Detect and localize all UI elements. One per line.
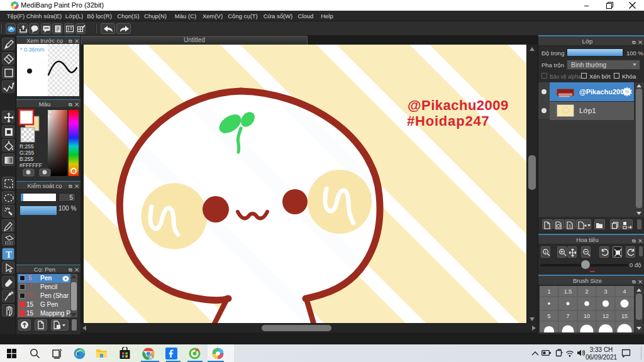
- svg-text:#Hoidap247: #Hoidap247: [407, 113, 490, 129]
- svg-text:12: 12: [602, 313, 609, 319]
- svg-text:5: 5: [547, 313, 550, 319]
- svg-text:@Pikachu2009: @Pikachu2009: [408, 97, 509, 113]
- svg-text:T: T: [6, 250, 12, 260]
- svg-text:3: 3: [604, 288, 607, 295]
- svg-text:1: 1: [547, 288, 550, 295]
- svg-text:7: 7: [566, 313, 569, 319]
- svg-text:1: 1: [569, 224, 571, 228]
- svg-text:* 0.36mm: * 0.36mm: [20, 47, 45, 53]
- svg-text:#FFFFFF: #FFFFFF: [19, 162, 42, 168]
- svg-text:15: 15: [621, 313, 628, 319]
- svg-text:R:255: R:255: [19, 143, 34, 150]
- svg-text:4: 4: [623, 288, 626, 295]
- svg-text:1: 1: [544, 250, 547, 254]
- svg-text:10: 10: [584, 313, 590, 319]
- svg-text:1.5: 1.5: [564, 288, 572, 295]
- svg-text:A: A: [149, 354, 153, 360]
- svg-text:2: 2: [585, 288, 588, 295]
- svg-text:B:255: B:255: [19, 156, 33, 162]
- svg-text:G:255: G:255: [19, 150, 34, 156]
